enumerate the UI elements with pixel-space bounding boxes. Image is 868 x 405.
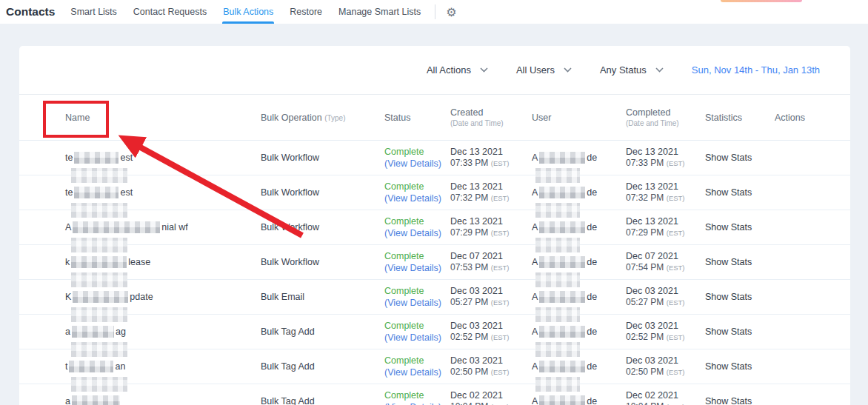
timezone-label: (EST): [491, 368, 510, 376]
bulk-operation-type: Bulk Workflow: [261, 152, 384, 164]
bulk-action-name: tan: [65, 361, 261, 372]
view-details-link[interactable]: (View Details): [384, 366, 450, 378]
bulk-action-name: aag: [65, 326, 261, 338]
created-date: Dec 03 2021: [450, 320, 532, 332]
user-cell: Ade: [532, 326, 626, 338]
redaction-blur: [71, 203, 127, 218]
redaction-blur: [71, 168, 127, 183]
status-cell: Complete (View Details): [384, 320, 450, 344]
bulk-operation-type: Bulk Tag Add: [261, 361, 384, 372]
timezone-label: (EST): [667, 159, 685, 167]
view-details-link[interactable]: (View Details): [384, 193, 450, 204]
timezone-label: (EST): [667, 264, 685, 272]
show-stats-link[interactable]: Show Stats: [705, 396, 752, 405]
created-time: 02:50 PM (EST): [450, 366, 532, 378]
timezone-label: (EST): [667, 333, 685, 341]
created-date: Dec 13 2021: [450, 215, 532, 227]
statistics-cell: Show Stats: [705, 152, 775, 164]
view-details-link[interactable]: (View Details): [384, 158, 450, 170]
tab-smart-lists[interactable]: Smart Lists: [62, 0, 125, 24]
user-redaction: [539, 187, 585, 198]
status-complete-label: Complete: [384, 215, 450, 227]
name-redaction: [74, 152, 118, 164]
timezone-label: (EST): [667, 368, 685, 376]
bulk-operation-type: Bulk Tag Add: [261, 395, 384, 405]
table-row: klease Bulk Workflow Complete (View Deta…: [19, 245, 850, 280]
show-stats-link[interactable]: Show Stats: [705, 327, 752, 337]
show-stats-link[interactable]: Show Stats: [705, 187, 752, 198]
view-details-link[interactable]: (View Details): [384, 297, 450, 309]
completed-cell: Dec 13 2021 07:32 PM (EST): [626, 181, 705, 204]
tab-bulk-actions[interactable]: Bulk Actions: [215, 0, 281, 24]
statistics-cell: Show Stats: [705, 291, 775, 303]
completed-cell: Dec 13 2021 07:33 PM (EST): [626, 146, 705, 170]
created-cell: Dec 13 2021 07:29 PM (EST): [450, 215, 532, 239]
users-filter-dropdown[interactable]: All Users: [516, 64, 572, 76]
view-details-link[interactable]: (View Details): [384, 227, 450, 239]
header-created[interactable]: Created (Date and Time): [450, 107, 532, 127]
redaction-blur: [535, 272, 580, 287]
table-row: teest Bulk Workflow Complete (View Detai…: [19, 175, 850, 210]
header-statistics[interactable]: Statistics: [705, 113, 775, 123]
statistics-cell: Show Stats: [705, 395, 775, 405]
view-details-link[interactable]: (View Details): [384, 401, 450, 405]
completed-cell: Dec 03 2021 02:50 PM (EST): [626, 355, 705, 378]
user-cell: Ade: [532, 221, 626, 233]
user-cell: Ade: [532, 187, 626, 198]
table-row: teest Bulk Workflow Complete (View Detai…: [19, 141, 850, 175]
completed-cell: Dec 03 2021 02:52 PM (EST): [626, 320, 705, 344]
view-details-link[interactable]: (View Details): [384, 332, 450, 344]
user-redaction: [539, 152, 585, 164]
header-status[interactable]: Status: [384, 113, 450, 123]
show-stats-link[interactable]: Show Stats: [705, 361, 752, 372]
timezone-label: (EST): [667, 298, 685, 307]
name-redaction: [74, 187, 118, 198]
header-bulk-operation[interactable]: Bulk Operation (Type): [261, 113, 384, 123]
show-stats-link[interactable]: Show Stats: [705, 292, 752, 302]
created-cell: Dec 07 2021 07:53 PM (EST): [450, 250, 532, 274]
completed-date: Dec 13 2021: [626, 181, 705, 193]
table-body: teest Bulk Workflow Complete (View Detai…: [19, 141, 850, 405]
chevron-down-icon: [480, 67, 488, 73]
created-cell: Dec 03 2021 05:27 PM (EST): [450, 285, 532, 309]
header-name[interactable]: Name: [65, 113, 261, 123]
completed-date: Dec 03 2021: [626, 355, 705, 366]
redaction-blur: [71, 307, 127, 322]
status-cell: Complete (View Details): [384, 389, 450, 405]
bulk-action-name: Kpdate: [65, 291, 261, 303]
header-user[interactable]: User: [532, 113, 626, 123]
show-stats-link[interactable]: Show Stats: [705, 257, 752, 267]
timezone-label: (EST): [491, 264, 510, 272]
tab-contact-requests[interactable]: Contact Requests: [125, 0, 215, 24]
header-completed[interactable]: Completed (Date and Time): [626, 107, 705, 127]
status-complete-label: Complete: [384, 285, 450, 297]
notification-banner-edge: [721, 0, 802, 2]
show-stats-link[interactable]: Show Stats: [705, 222, 752, 232]
actions-filter-dropdown[interactable]: All Actions: [427, 64, 488, 76]
user-redaction: [539, 291, 585, 303]
status-filter-label: Any Status: [600, 64, 647, 76]
gear-icon[interactable]: ⚙: [440, 0, 462, 24]
tab-restore[interactable]: Restore: [281, 0, 330, 24]
created-time: 07:33 PM (EST): [450, 158, 532, 170]
header-actions[interactable]: Actions: [775, 113, 850, 123]
statistics-cell: Show Stats: [705, 256, 775, 268]
statistics-cell: Show Stats: [705, 221, 775, 233]
user-redaction: [539, 326, 585, 338]
created-date: Dec 02 2021: [450, 389, 532, 401]
timezone-label: (EST): [491, 333, 510, 341]
status-cell: Complete (View Details): [384, 285, 450, 309]
status-complete-label: Complete: [384, 389, 450, 401]
bulk-operation-type: Bulk Workflow: [261, 256, 384, 268]
header-bulk-operation-sub: (Type): [324, 114, 345, 122]
statistics-cell: Show Stats: [705, 326, 775, 338]
created-date: Dec 13 2021: [450, 146, 532, 158]
date-range-picker[interactable]: Sun, Nov 14th - Thu, Jan 13th: [692, 64, 820, 76]
status-filter-dropdown[interactable]: Any Status: [600, 64, 664, 76]
show-stats-link[interactable]: Show Stats: [705, 153, 752, 163]
view-details-link[interactable]: (View Details): [384, 262, 450, 274]
created-cell: Dec 03 2021 02:50 PM (EST): [450, 355, 532, 378]
tab-manage-smart-lists[interactable]: Manage Smart Lists: [330, 0, 429, 24]
redaction-blur: [71, 272, 127, 287]
user-redaction: [539, 395, 585, 405]
